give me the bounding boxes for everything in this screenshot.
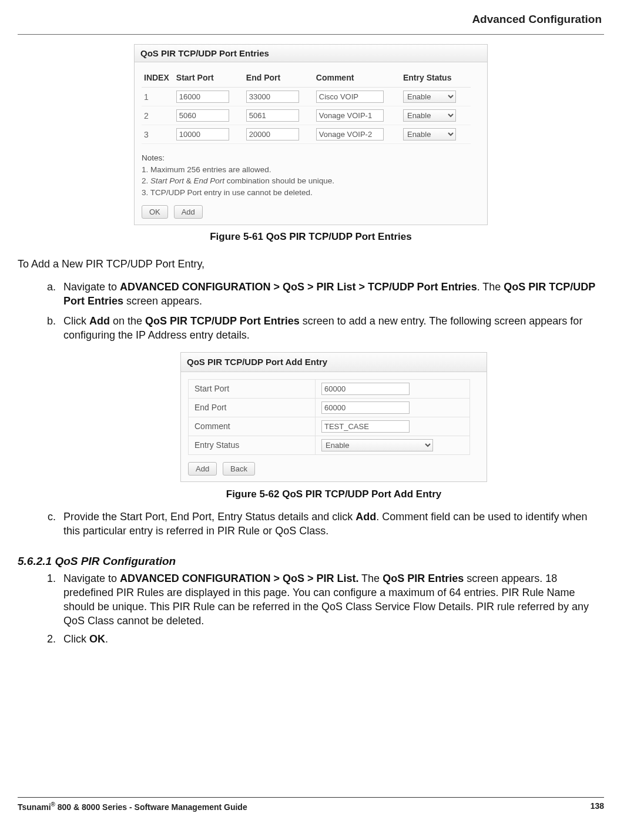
ok-button[interactable]: OK [142, 205, 168, 219]
form-row: Start Port [189, 379, 470, 398]
table-row: 3 Enable [142, 125, 471, 144]
end-port-input[interactable] [246, 109, 299, 122]
row-index: 2 [142, 106, 174, 125]
qos-port-entries-panel: QoS PIR TCP/UDP Port Entries INDEX Start… [134, 44, 488, 225]
panel-title: QoS PIR TCP/UDP Port Add Entry [181, 353, 487, 372]
field-label: Entry Status [189, 436, 316, 454]
add-entry-form: Start Port End Port Comment [188, 379, 470, 455]
col-index: INDEX [142, 69, 174, 88]
table-row: 1 Enable [142, 88, 471, 106]
add-button[interactable]: Add [188, 462, 217, 476]
comment-input[interactable] [321, 420, 410, 433]
end-port-input[interactable] [246, 128, 299, 140]
back-button[interactable]: Back [223, 462, 255, 476]
row-index: 3 [142, 125, 174, 144]
page-footer: Tsunami® 800 & 8000 Series - Software Ma… [18, 797, 604, 812]
end-port-input[interactable] [246, 91, 299, 103]
panel-title: QoS PIR TCP/UDP Port Entries [135, 45, 487, 62]
entry-status-select[interactable]: Enable [403, 109, 456, 122]
add-button[interactable]: Add [174, 205, 203, 219]
step-c: Provide the Start Port, End Port, Entry … [59, 510, 604, 538]
note-line: 2. Start Port & End Port combination sho… [142, 176, 334, 185]
notes-label: Notes: [142, 153, 165, 162]
start-port-input[interactable] [176, 128, 229, 140]
form-row: End Port [189, 398, 470, 417]
step-a: Navigate to ADVANCED CONFIGURATION > QoS… [59, 280, 604, 309]
note-line: 3. TCP/UDP Port entry in use cannot be d… [142, 188, 313, 197]
step-b: Click Add on the QoS PIR TCP/UDP Port En… [59, 314, 604, 501]
end-port-input[interactable] [321, 401, 410, 414]
col-end: End Port [244, 69, 314, 88]
field-label: Comment [189, 417, 316, 436]
footer-rule [18, 797, 604, 798]
form-row: Comment [189, 417, 470, 436]
qos-port-add-panel: QoS PIR TCP/UDP Port Add Entry Start Por… [180, 352, 487, 482]
header-rule [18, 34, 604, 35]
panel-notes: Notes: 1. Maximum 256 entries are allowe… [142, 152, 480, 198]
col-status: Entry Status [401, 69, 471, 88]
entry-status-select[interactable]: Enable [403, 91, 456, 103]
footer-page-number: 138 [591, 801, 604, 812]
step-1: Navigate to ADVANCED CONFIGURATION > QoS… [59, 571, 604, 628]
entry-status-select[interactable]: Enable [321, 439, 433, 451]
entry-status-select[interactable]: Enable [403, 128, 456, 140]
col-start: Start Port [174, 69, 244, 88]
lead-paragraph: To Add a New PIR TCP/UDP Port Entry, [18, 257, 604, 271]
field-label: Start Port [189, 379, 316, 398]
start-port-input[interactable] [321, 383, 410, 395]
form-row: Entry Status Enable [189, 436, 470, 454]
step-2: Click OK. [59, 632, 604, 646]
figure-caption: Figure 5-62 QoS PIR TCP/UDP Port Add Ent… [63, 488, 604, 501]
start-port-input[interactable] [176, 109, 229, 122]
field-label: End Port [189, 398, 316, 417]
col-comment: Comment [314, 69, 401, 88]
section-heading: 5.6.2.1 QoS PIR Configuration [18, 555, 604, 568]
comment-input[interactable] [316, 128, 384, 140]
footer-guide-title: Tsunami® 800 & 8000 Series - Software Ma… [18, 801, 247, 812]
comment-input[interactable] [316, 91, 384, 103]
table-row: 2 Enable [142, 106, 471, 125]
start-port-input[interactable] [176, 91, 229, 103]
figure-caption: Figure 5-61 QoS PIR TCP/UDP Port Entries [18, 231, 604, 243]
port-entries-table: INDEX Start Port End Port Comment Entry … [142, 69, 471, 144]
row-index: 1 [142, 88, 174, 106]
note-line: 1. Maximum 256 entries are allowed. [142, 165, 271, 174]
page-header-title: Advanced Configuration [18, 13, 604, 26]
comment-input[interactable] [316, 109, 384, 122]
